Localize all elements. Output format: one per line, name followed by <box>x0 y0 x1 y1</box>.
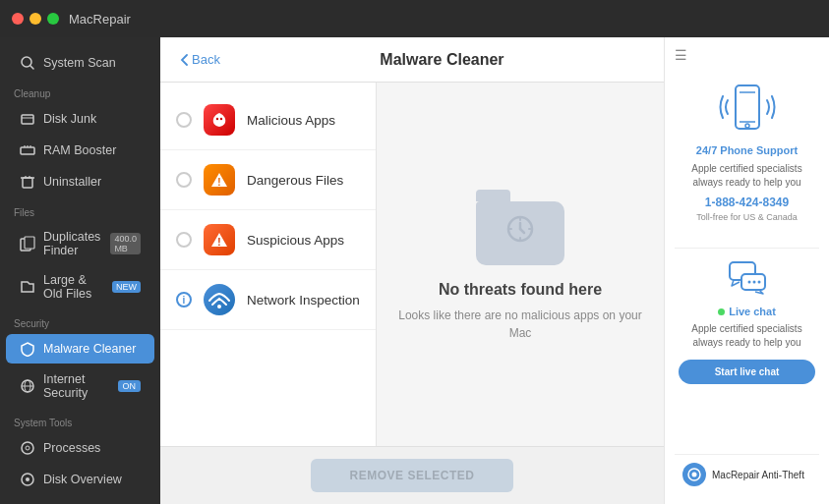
app-title: MacRepair <box>69 12 131 27</box>
phone-support-desc: Apple certified specialists always ready… <box>679 162 815 190</box>
disk-overview-icon <box>20 472 35 487</box>
sidebar-label-system-scan: System Scan <box>43 56 116 70</box>
svg-rect-8 <box>23 178 32 188</box>
sidebar: System Scan Cleanup Disk Junk RAM Booste… <box>0 37 160 504</box>
sidebar-label-internet-security: Internet Security <box>43 372 110 400</box>
sidebar-label-duplicates: Duplicates Finder <box>43 230 100 257</box>
main-header: Back Malware Cleaner <box>160 37 664 83</box>
folder-body <box>476 201 564 265</box>
sidebar-item-large-old-files[interactable]: Large & Old Files NEW <box>6 266 154 308</box>
sidebar-section-tools: System Tools <box>0 408 160 432</box>
sidebar-label-large-old: Large & Old Files <box>43 273 102 301</box>
remove-selected-button[interactable]: REMOVE SELECTED <box>311 459 514 492</box>
live-chat-title: Live chat <box>679 306 815 317</box>
processes-icon <box>20 440 35 456</box>
sidebar-item-system-scan[interactable]: System Scan <box>6 48 154 78</box>
main-content: Back Malware Cleaner Mali <box>160 37 664 504</box>
sidebar-section-security: Security <box>0 308 160 333</box>
phone-support-section: 24/7 Phone Support Apple certified speci… <box>675 73 819 240</box>
files-icon <box>20 279 35 295</box>
svg-point-23 <box>220 118 222 120</box>
network-inspection-label: Network Inspection <box>247 293 360 308</box>
sidebar-item-uninstaller[interactable]: Uninstaller <box>6 167 154 196</box>
sidebar-item-disk-junk[interactable]: Disk Junk <box>6 104 154 134</box>
svg-point-44 <box>692 473 697 477</box>
menu-item-suspicious-apps[interactable]: ! Suspicious Apps <box>160 210 376 270</box>
disk-icon <box>20 111 35 127</box>
traffic-lights <box>12 13 59 25</box>
sidebar-item-ram-booster[interactable]: RAM Booster <box>6 136 154 165</box>
large-old-badge: NEW <box>112 281 141 293</box>
radio-malicious[interactable] <box>176 112 192 128</box>
folder-gear-icon <box>501 209 540 255</box>
svg-text:!: ! <box>217 237 220 248</box>
svg-point-37 <box>745 124 749 128</box>
sidebar-item-duplicates-finder[interactable]: Duplicates Finder 400.0 MB <box>6 223 154 264</box>
malicious-icon <box>204 104 235 136</box>
live-chat-section: Live chat Apple certified specialists al… <box>675 256 819 388</box>
no-threats-desc: Looks like there are no malicious apps o… <box>396 307 644 342</box>
network-icon <box>204 284 235 315</box>
bottom-bar: REMOVE SELECTED <box>160 446 664 504</box>
minimize-button[interactable] <box>30 13 41 25</box>
dangerous-icon: ! <box>204 164 235 196</box>
svg-rect-13 <box>25 237 34 249</box>
menu-item-network-inspection[interactable]: i Network Inspection <box>160 270 376 330</box>
page-title: Malware Cleaner <box>240 51 644 69</box>
svg-rect-2 <box>22 115 33 124</box>
live-chat-desc: Apple certified specialists always ready… <box>679 322 815 350</box>
chat-bubbles-icon <box>728 260 767 296</box>
content-area: Malicious Apps ! Dangerous Files <box>160 83 664 446</box>
radio-suspicious[interactable] <box>176 232 192 248</box>
svg-line-29 <box>520 229 524 233</box>
uninstaller-icon <box>20 174 35 190</box>
svg-point-40 <box>747 281 750 284</box>
anti-theft-section: MacRepair Anti-Theft <box>675 454 819 494</box>
no-threats-title: No threats found here <box>439 281 602 299</box>
dangerous-files-label: Dangerous Files <box>247 173 343 188</box>
back-label: Back <box>192 52 220 67</box>
ram-icon <box>20 142 35 158</box>
shield-icon <box>20 341 35 357</box>
menu-panel: Malicious Apps ! Dangerous Files <box>160 83 377 446</box>
menu-item-dangerous-files[interactable]: ! Dangerous Files <box>160 150 376 210</box>
sidebar-item-disk-overview[interactable]: Disk Overview <box>6 465 154 494</box>
back-button[interactable]: Back <box>180 52 220 67</box>
phone-illustration <box>718 81 777 135</box>
radio-dangerous[interactable] <box>176 172 192 188</box>
svg-point-20 <box>26 477 30 481</box>
sidebar-label-ram-booster: RAM Booster <box>43 143 116 157</box>
anti-theft-icon <box>682 463 706 486</box>
svg-line-1 <box>30 66 33 69</box>
internet-security-badge: ON <box>118 380 142 392</box>
sidebar-label-disk-overview: Disk Overview <box>43 473 122 486</box>
sidebar-label-disk-junk: Disk Junk <box>43 112 96 126</box>
live-indicator <box>718 308 725 315</box>
hamburger-menu[interactable]: ☰ <box>675 47 819 63</box>
svg-point-41 <box>752 281 755 284</box>
sidebar-item-encryption[interactable]: Encryption <box>6 496 154 504</box>
malicious-apps-label: Malicious Apps <box>247 113 335 128</box>
svg-point-26 <box>217 305 221 308</box>
empty-folder-illustration <box>476 187 564 265</box>
toll-free-label: Toll-free for US & Canada <box>679 212 815 222</box>
svg-rect-4 <box>21 147 34 154</box>
sidebar-item-internet-security[interactable]: Internet Security ON <box>6 365 154 407</box>
internet-icon <box>20 378 35 394</box>
divider <box>675 248 819 249</box>
maximize-button[interactable] <box>47 13 59 25</box>
svg-point-17 <box>22 442 33 454</box>
folder-tab <box>476 190 510 201</box>
close-button[interactable] <box>12 13 24 25</box>
menu-item-malicious-apps[interactable]: Malicious Apps <box>160 90 376 150</box>
phone-support-title: 24/7 Phone Support <box>679 144 815 156</box>
sidebar-label-malware: Malware Cleaner <box>43 342 136 356</box>
start-live-chat-button[interactable]: Start live chat <box>679 360 815 384</box>
sidebar-section-cleanup: Cleanup <box>0 79 160 103</box>
title-bar: MacRepair <box>0 0 829 37</box>
right-sidebar: ☰ 24/7 Phone Support <box>664 37 829 504</box>
svg-text:!: ! <box>217 177 220 188</box>
sidebar-label-uninstaller: Uninstaller <box>43 175 101 189</box>
sidebar-item-processes[interactable]: Processes <box>6 433 154 463</box>
sidebar-item-malware-cleaner[interactable]: Malware Cleaner <box>6 334 154 364</box>
